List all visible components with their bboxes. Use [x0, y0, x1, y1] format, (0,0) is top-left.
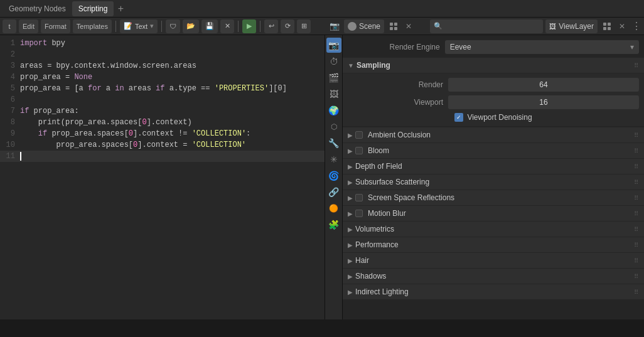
motion-blur-section[interactable]: ▶ Motion Blur ⠿ [343, 206, 644, 221]
indirect-lighting-label: Indirect Lighting [355, 287, 409, 296]
side-icon-data[interactable]: 🟠 [326, 201, 341, 216]
code-line-2: 2 [0, 49, 325, 60]
ssr-label: Screen Space Reflections [368, 193, 454, 202]
sampling-section-content: Render 64 Viewport 16 ✓ [343, 73, 644, 126]
hair-section[interactable]: ▶ Hair ⠿ [343, 253, 644, 268]
bloom-checkbox[interactable] [355, 147, 363, 154]
code-line-6: 6 [0, 94, 325, 105]
tab-geometry-nodes[interactable]: Geometry Nodes [3, 1, 72, 16]
side-icon-modifiers[interactable]: 🔧 [326, 136, 341, 151]
ambient-occlusion-checkbox[interactable] [355, 131, 363, 139]
render-engine-value: Eevee [450, 43, 471, 51]
menu-templates-button[interactable]: Templates [73, 19, 112, 33]
sampling-drag-handle: ⠿ [634, 62, 639, 69]
side-icon-output[interactable]: ⏱ [326, 54, 341, 69]
right-panel: 📷 Scene ✕ 🔍 [325, 18, 644, 319]
side-icon-object[interactable]: ⬡ [326, 119, 341, 134]
render-engine-select[interactable]: Eevee ▾ [445, 40, 639, 54]
bloom-section[interactable]: ▶ Bloom ⠿ [343, 143, 644, 158]
shadows-label: Shadows [355, 272, 386, 281]
properties-layout: 📷 ⏱ 🎬 🖼 🌍 ⬡ 🔧 ✳ 🌀 🔗 🟠 🧩 Render Engine [325, 35, 644, 319]
scene-name-label: Scene [359, 22, 380, 31]
ssr-section[interactable]: ▶ Screen Space Reflections ⠿ [343, 190, 644, 205]
ambient-occlusion-section[interactable]: ▶ Ambient Occlusion ⠿ [343, 127, 644, 142]
close-file-button[interactable]: ✕ [220, 19, 234, 33]
side-icon-particles[interactable]: ✳ [326, 152, 341, 167]
search-icon: 🔍 [434, 22, 443, 30]
sampling-section-header[interactable]: ▼ Sampling ⠿ [343, 58, 644, 73]
volumetrics-drag-handle: ⠿ [634, 226, 639, 233]
editor-type-icon: 📝 [124, 22, 132, 30]
volumetrics-section[interactable]: ▶ Volumetrics ⠿ [343, 222, 644, 237]
open-file-button[interactable]: 📂 [183, 19, 199, 33]
side-icon-material[interactable]: 🧩 [326, 217, 341, 232]
viewport-denoising-checkbox[interactable]: ✓ [454, 113, 463, 122]
view-layer-add-btn[interactable] [600, 19, 614, 33]
close-view-layer-btn[interactable]: ✕ [616, 21, 628, 32]
subsurface-scattering-label: Subsurface Scattering [355, 178, 429, 186]
sss-arrow-icon: ▶ [348, 179, 353, 186]
volumetrics-label: Volumetrics [355, 225, 394, 233]
hair-label: Hair [355, 256, 369, 265]
tabs-button[interactable]: ⊞ [297, 19, 311, 33]
hair-drag-handle: ⠿ [634, 257, 639, 264]
editor-type-selector[interactable]: 📝 Text ▾ [120, 19, 158, 33]
code-editor[interactable]: 1 import bpy 2 3 areas = bpy.context.win… [0, 35, 325, 319]
motion-blur-arrow-icon: ▶ [348, 210, 353, 217]
subsurface-scattering-section[interactable]: ▶ Subsurface Scattering ⠿ [343, 174, 644, 190]
view-layer-selector[interactable]: 🖼 ViewLayer [545, 19, 598, 33]
scene-sphere-icon [348, 22, 357, 31]
motion-blur-checkbox[interactable] [355, 210, 363, 217]
side-icon-view-layer[interactable]: 🎬 [326, 70, 341, 85]
bloom-arrow-icon: ▶ [348, 147, 353, 154]
side-icon-scene[interactable]: 🖼 [326, 87, 341, 102]
motion-blur-label: Motion Blur [368, 209, 406, 218]
depth-of-field-label: Depth of Field [355, 162, 402, 171]
render-engine-label: Render Engine [348, 43, 440, 51]
shadows-arrow-icon: ▶ [348, 273, 353, 280]
scene-icon-btn[interactable] [387, 19, 400, 33]
toolbar-sep-3 [238, 21, 239, 32]
editor-type-label: Text [135, 23, 148, 30]
svg-rect-5 [608, 23, 611, 26]
ssr-checkbox[interactable] [355, 194, 363, 201]
search-input[interactable] [445, 23, 539, 30]
side-icon-render[interactable]: 📷 [326, 38, 341, 53]
side-icon-physics[interactable]: 🌀 [326, 168, 341, 183]
ao-drag-handle: ⠿ [634, 132, 639, 139]
close-scene-btn[interactable]: ✕ [403, 21, 414, 32]
side-icon-constraints[interactable]: 🔗 [326, 185, 341, 200]
code-line-1: 1 import bpy [0, 38, 325, 49]
sync-button[interactable]: ⟳ [281, 19, 294, 33]
indirect-lighting-section[interactable]: ▶ Indirect Lighting ⠿ [343, 284, 644, 299]
run-script-button[interactable]: ▶ [242, 19, 256, 33]
svg-rect-2 [390, 27, 393, 30]
wrap-lines-button[interactable]: ↩ [264, 19, 278, 33]
render-samples-value[interactable]: 64 [448, 78, 639, 92]
side-icon-world[interactable]: 🌍 [326, 103, 341, 118]
menu-edit-button[interactable]: Edit [19, 19, 38, 33]
scene-selector[interactable]: Scene [344, 19, 384, 33]
code-line-3: 3 areas = bpy.context.window.screen.area… [0, 60, 325, 72]
depth-of-field-section[interactable]: ▶ Depth of Field ⠿ [343, 159, 644, 174]
shadows-section[interactable]: ▶ Shadows ⠿ [343, 269, 644, 284]
camera-icon-btn[interactable]: 📷 [328, 19, 341, 33]
tab-scripting[interactable]: Scripting [72, 1, 114, 16]
performance-section[interactable]: ▶ Performance ⠿ [343, 237, 644, 252]
menu-t-button[interactable]: t [3, 19, 16, 33]
shield-icon-btn[interactable]: 🛡 [166, 19, 180, 33]
code-lines: 1 import bpy 2 3 areas = bpy.context.win… [0, 35, 325, 164]
ssr-arrow-icon: ▶ [348, 195, 353, 201]
motion-blur-drag-handle: ⠿ [634, 210, 639, 217]
add-tab-button[interactable]: + [114, 2, 127, 16]
menu-format-button[interactable]: Format [41, 19, 70, 33]
viewport-samples-value[interactable]: 16 [448, 95, 639, 109]
render-samples-row: Render 64 [348, 76, 639, 94]
expand-right-icon[interactable]: ⋮ [631, 20, 641, 32]
save-file-button[interactable]: 💾 [201, 19, 218, 33]
code-line-11: 11 [0, 151, 325, 162]
volumetrics-arrow-icon: ▶ [348, 226, 353, 233]
svg-rect-3 [394, 27, 397, 30]
chevron-down-icon: ▾ [150, 22, 154, 30]
search-box: 🔍 [430, 19, 543, 33]
